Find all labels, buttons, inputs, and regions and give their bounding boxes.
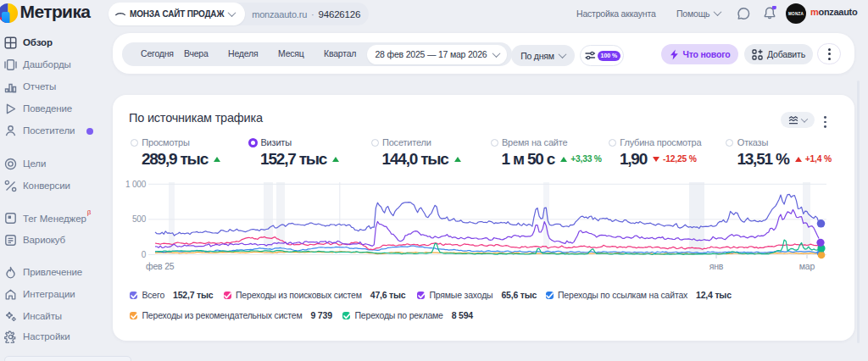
svg-text:мар: мар (799, 261, 815, 271)
svg-text:янв: янв (709, 261, 724, 271)
svg-text:0: 0 (142, 250, 147, 259)
svg-text:500: 500 (132, 214, 147, 224)
svg-text:фев 25: фев 25 (146, 261, 175, 271)
svg-text:1 000: 1 000 (125, 180, 147, 189)
